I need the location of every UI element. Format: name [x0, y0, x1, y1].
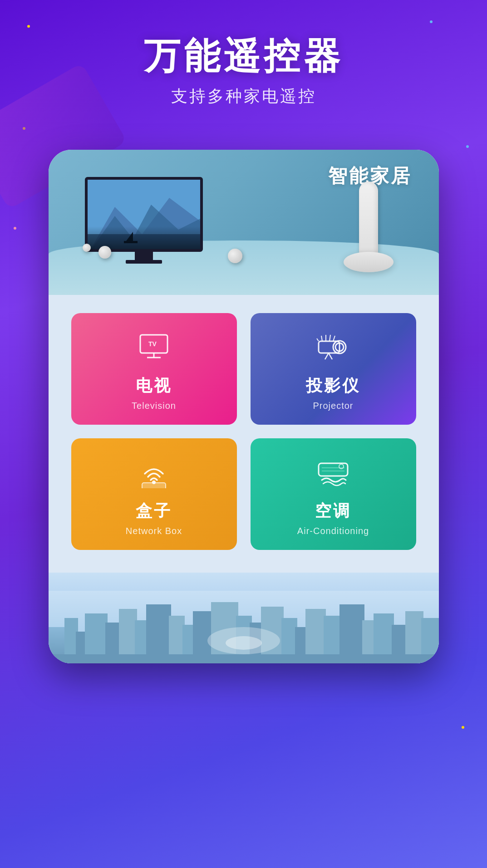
svg-line-16	[330, 335, 330, 341]
projector-name-zh: 投影仪	[306, 375, 360, 397]
device-grid: TV 电视 Television	[49, 295, 439, 573]
svg-line-18	[325, 353, 329, 359]
fan-base	[344, 252, 394, 272]
network-box-icon	[136, 456, 172, 493]
svg-line-14	[321, 336, 322, 341]
svg-rect-10	[319, 341, 339, 353]
tv-name-en: Television	[132, 401, 176, 411]
ac-icon	[315, 456, 351, 493]
tv-stand	[135, 252, 153, 260]
device-card-projector[interactable]: 投影仪 Projector	[251, 313, 416, 425]
city-skyline-inner	[49, 591, 439, 663]
projector-icon	[315, 331, 351, 368]
tv-name-zh: 电视	[136, 375, 172, 397]
star-dot	[23, 127, 25, 130]
svg-line-13	[317, 338, 319, 341]
svg-marker-5	[126, 232, 133, 241]
svg-text:TV: TV	[148, 340, 157, 348]
network-box-name-zh: 盒子	[136, 500, 172, 522]
projector-name-en: Projector	[313, 401, 353, 411]
svg-line-17	[333, 336, 335, 341]
tv-screen	[85, 177, 203, 252]
svg-rect-54	[49, 654, 439, 663]
svg-line-19	[329, 353, 332, 359]
device-card-air-conditioning[interactable]: 空调 Air-Conditioning	[251, 438, 416, 550]
decor-sphere	[83, 244, 91, 252]
star-dot	[14, 227, 16, 230]
phone-mockup: 智能家居	[49, 150, 439, 663]
fan-body	[359, 181, 378, 254]
tv-base	[126, 260, 162, 264]
header-section: 万能遥控器 支持多种家电遥控	[0, 0, 487, 121]
svg-rect-21	[142, 483, 166, 488]
city-skyline	[49, 573, 439, 663]
network-box-name-en: Network Box	[126, 526, 182, 536]
tv-icon: TV	[136, 331, 172, 368]
ac-name-en: Air-Conditioning	[297, 526, 369, 536]
smart-home-banner: 智能家居	[49, 150, 439, 295]
svg-point-53	[226, 636, 262, 650]
device-card-network-box[interactable]: 盒子 Network Box	[71, 438, 237, 550]
ac-name-zh: 空调	[315, 500, 351, 522]
svg-rect-4	[124, 241, 138, 243]
fan-illustration	[344, 181, 394, 272]
star-dot	[462, 726, 464, 729]
decor-sphere	[98, 246, 111, 259]
app-subtitle: 支持多种家电遥控	[0, 85, 487, 108]
device-card-television[interactable]: TV 电视 Television	[71, 313, 237, 425]
app-title: 万能遥控器	[0, 36, 487, 76]
star-dot	[466, 145, 469, 148]
decor-sphere	[228, 249, 242, 263]
